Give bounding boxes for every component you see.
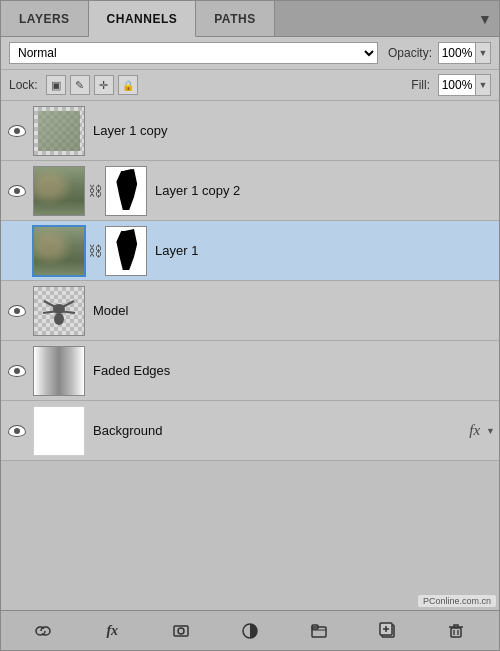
layer-name: Layer 1 copy 2 [151, 183, 495, 198]
tab-layers[interactable]: LAYERS [1, 1, 89, 36]
panel-menu-button[interactable]: ▼ [471, 1, 499, 36]
chain-icon: ⛓ [89, 226, 101, 276]
opacity-label: Opacity: [388, 46, 432, 60]
layer-mask-thumbnail [105, 226, 147, 276]
layer-row[interactable]: ⛓ Layer 1 [1, 221, 499, 281]
layer-visibility-toggle[interactable] [5, 299, 29, 323]
lock-transparent-btn[interactable]: ▣ [46, 75, 66, 95]
layer-thumbnail [33, 166, 85, 216]
fill-arrow[interactable]: ▼ [475, 74, 491, 96]
lock-all-btn[interactable]: 🔒 [118, 75, 138, 95]
eye-icon [8, 305, 26, 317]
lock-label: Lock: [9, 78, 38, 92]
delete-layer-button[interactable] [442, 617, 470, 645]
svg-rect-15 [451, 628, 461, 637]
opacity-arrow[interactable]: ▼ [475, 42, 491, 64]
tab-channels[interactable]: CHANNELS [89, 1, 197, 37]
layer-name: Layer 1 copy [89, 123, 495, 138]
eye-icon [8, 125, 26, 137]
blend-mode-row: Normal Dissolve Multiply Screen Overlay … [1, 37, 499, 70]
opacity-input[interactable] [438, 42, 476, 64]
layer-thumbnail [33, 286, 85, 336]
layer-row[interactable]: Faded Edges [1, 341, 499, 401]
layer-name: Background [89, 423, 465, 438]
link-layers-button[interactable] [29, 617, 57, 645]
layers-panel: LAYERS CHANNELS PATHS ▼ Normal Dissolve … [0, 0, 500, 651]
add-layer-style-button[interactable]: fx [98, 617, 126, 645]
hidden-eye-icon [8, 245, 26, 257]
tab-bar: LAYERS CHANNELS PATHS ▼ [1, 1, 499, 37]
layer-visibility-toggle[interactable] [5, 179, 29, 203]
eye-icon [8, 185, 26, 197]
opacity-wrapper: ▼ [438, 42, 491, 64]
eye-icon [8, 365, 26, 377]
fill-label: Fill: [411, 78, 430, 92]
layer-thumbnail [33, 226, 85, 276]
create-adjustment-layer-button[interactable] [236, 617, 264, 645]
layer-row[interactable]: Background fx ▼ [1, 401, 499, 461]
svg-point-7 [178, 628, 184, 634]
layer-thumbnail [33, 346, 85, 396]
layer-mask-thumbnail [105, 166, 147, 216]
fill-input[interactable] [438, 74, 476, 96]
layer-visibility-toggle[interactable] [5, 239, 29, 263]
tab-paths[interactable]: PATHS [196, 1, 274, 36]
eye-icon [8, 425, 26, 437]
layer-row[interactable]: Layer 1 copy [1, 101, 499, 161]
layer-name: Layer 1 [151, 243, 495, 258]
blend-mode-select[interactable]: Normal Dissolve Multiply Screen Overlay [9, 42, 378, 64]
fx-badge: fx [469, 422, 480, 439]
add-layer-mask-button[interactable] [167, 617, 195, 645]
layer-visibility-toggle[interactable] [5, 119, 29, 143]
svg-point-1 [54, 313, 64, 325]
create-group-button[interactable] [305, 617, 333, 645]
layer-row[interactable]: ⛓ Layer 1 copy 2 [1, 161, 499, 221]
blend-mode-wrapper: Normal Dissolve Multiply Screen Overlay [9, 42, 378, 64]
layer-visibility-toggle[interactable] [5, 419, 29, 443]
fill-wrapper: ▼ [438, 74, 491, 96]
lock-position-btn[interactable]: ✛ [94, 75, 114, 95]
layers-list: Layer 1 copy ⛓ Layer 1 copy 2 [1, 101, 499, 610]
layer-thumbnail [33, 106, 85, 156]
layer-name: Model [89, 303, 495, 318]
lock-image-btn[interactable]: ✎ [70, 75, 90, 95]
create-new-layer-button[interactable] [374, 617, 402, 645]
fx-icon: fx [106, 623, 118, 639]
bottom-toolbar: fx [1, 610, 499, 650]
layer-name: Faded Edges [89, 363, 495, 378]
lock-row: Lock: ▣ ✎ ✛ 🔒 Fill: ▼ [1, 70, 499, 101]
layer-row[interactable]: Model [1, 281, 499, 341]
chain-icon: ⛓ [89, 166, 101, 216]
layer-thumbnail [33, 406, 85, 456]
layer-visibility-toggle[interactable] [5, 359, 29, 383]
fx-arrow: ▼ [486, 426, 495, 436]
